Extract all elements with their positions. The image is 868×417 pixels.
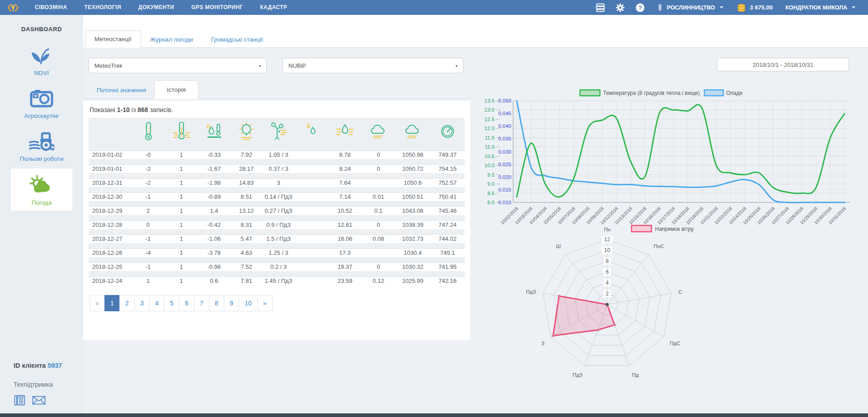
svg-text:З: З: [541, 341, 544, 346]
date-range-input[interactable]: [717, 58, 849, 71]
table-row[interactable]: 2018-12-31-21-1.9814.8337.641050.6752.57: [89, 173, 465, 187]
table-row[interactable]: 2018-12-24110.67.811.45 / ПдЗ23.590.1210…: [89, 271, 465, 285]
nav-item-1[interactable]: ТЕХНОЛОГІЯ: [75, 0, 130, 15]
table-row[interactable]: 2018-12-29211.413.120.27 / ПдЗ10.520.110…: [89, 201, 465, 215]
cell: 7.64: [328, 179, 362, 186]
user-menu[interactable]: КОНДРАТЮК МИКОЛА: [779, 5, 862, 11]
books-stack-icon[interactable]: [590, 2, 610, 13]
cell: 1: [165, 165, 198, 172]
svg-text:0.010: 0.010: [498, 200, 511, 205]
page-1[interactable]: 1: [104, 295, 120, 311]
cell: 7.52: [231, 263, 262, 270]
table-row[interactable]: 2018-12-30-11-0.898.510.14 / ПдЗ7.140.01…: [89, 187, 465, 201]
svg-text:8.0: 8.0: [487, 200, 495, 205]
cell: 742.16: [430, 277, 465, 284]
page-6[interactable]: 6: [179, 295, 194, 311]
tab-2[interactable]: Громадські станції: [202, 31, 272, 48]
select-caret-icon: ▼: [258, 64, 262, 68]
sidebar-title: DASHBOARD: [0, 26, 83, 33]
cell: 0.6: [198, 277, 231, 284]
cell: 1050.6: [395, 179, 430, 186]
cell: 1.45 / ПдЗ: [262, 277, 295, 284]
table-row[interactable]: 2018-12-26-41-3.784.631.25 / 317.31030.4…: [89, 243, 465, 257]
cell: 0: [362, 263, 395, 270]
cell: 1050.51: [395, 193, 430, 200]
page-8[interactable]: 8: [209, 295, 224, 311]
sidebar-item-label: Агроскаутінг: [0, 112, 83, 119]
cell: 1: [165, 193, 198, 200]
wheat-logo-icon[interactable]: [0, 2, 26, 13]
subtab-1[interactable]: Історія: [154, 80, 198, 99]
cell: 749.37: [430, 151, 465, 158]
svg-text:13.5: 13.5: [485, 98, 495, 103]
svg-text:Ш: Ш: [556, 244, 561, 249]
nav-item-0[interactable]: СІВОЗМІНА: [26, 0, 75, 15]
page-10[interactable]: 10: [239, 295, 258, 311]
nav-item-3[interactable]: GPS МОНІТОРИНГ: [183, 0, 251, 15]
cell: -1: [131, 235, 165, 242]
client-id-value[interactable]: 5937: [47, 362, 62, 369]
subtab-0[interactable]: Поточні значення: [89, 81, 154, 99]
cell: 19.37: [328, 263, 362, 270]
nav-item-4[interactable]: КАДАСТР: [251, 0, 296, 15]
cell: 28.17: [231, 165, 262, 172]
table-row[interactable]: 2019-01-01-21-1.6728.170.37 / 38.2401050…: [89, 159, 465, 173]
chevron-down-icon: [720, 6, 723, 9]
dew-point-icon: [198, 122, 231, 141]
svg-text:10.5: 10.5: [485, 154, 495, 159]
page-3[interactable]: 3: [134, 295, 150, 311]
svg-text:Напрямок вітру: Напрямок вітру: [655, 226, 693, 232]
cell: 1030.4: [395, 249, 430, 256]
cell: -0.89: [198, 193, 231, 200]
cell: 0.27 / ПдЗ: [262, 207, 295, 214]
cell: 745.46: [430, 207, 465, 214]
main-tabs: МетеостанціїЖурнал погодиГромадські стан…: [83, 15, 868, 48]
cell: 1: [165, 235, 198, 242]
sidebar-item-агроскаутінг[interactable]: Агроскаутінг: [0, 83, 83, 124]
cell: 1030.32: [395, 263, 430, 270]
svg-text:10: 10: [604, 247, 610, 253]
svg-text:0.045: 0.045: [498, 111, 511, 116]
fax-icon[interactable]: [14, 394, 26, 406]
sidebar: DASHBOARD NDVIАгроскаутінгПольові роботи…: [0, 15, 83, 413]
page-next[interactable]: »: [257, 295, 273, 311]
page-2[interactable]: 2: [119, 295, 135, 311]
tab-1[interactable]: Журнал погоди: [141, 31, 202, 48]
table-row[interactable]: 2018-12-25-11-0.967.520.2 / 319.3701030.…: [89, 257, 465, 271]
mail-icon[interactable]: [32, 394, 46, 406]
balance-value: 3 675.00: [750, 4, 773, 11]
gear-icon[interactable]: [610, 3, 630, 13]
station-type-select[interactable]: MeteoTrek ▼: [89, 58, 267, 73]
page-4[interactable]: 4: [149, 295, 165, 311]
table-row[interactable]: 2018-12-2801-0.428.310.9 / ПдЗ12.8101038…: [89, 215, 465, 229]
svg-text:?: ?: [638, 4, 642, 11]
table-row[interactable]: 2018-12-27-11-1.065.471.5 / ПдЗ16.060.08…: [89, 229, 465, 243]
sidebar-item-польові-роботи[interactable]: Польові роботи: [0, 126, 83, 167]
balance-indicator[interactable]: 3 675.00: [730, 3, 779, 13]
sidebar-item-погода[interactable]: Погода: [11, 169, 72, 211]
sidebar-item-ndvi[interactable]: NDVI: [0, 39, 83, 81]
page-9[interactable]: 9: [224, 295, 239, 311]
tab-0[interactable]: Метеостанції: [85, 30, 141, 48]
nav-item-2[interactable]: ДОКУМЕНТИ: [130, 0, 183, 15]
cell: 1.5 / ПдЗ: [262, 235, 295, 242]
table-row[interactable]: 2019-01-02-01-0.337.921.05 / 38.7801050.…: [89, 145, 465, 159]
branch-selector[interactable]: РОСЛИННИЦТВО: [650, 3, 730, 12]
coins-icon: [736, 3, 747, 13]
page-5[interactable]: 5: [164, 295, 179, 311]
cell: 741.95: [430, 263, 465, 270]
cell: 23.59: [328, 277, 362, 284]
cell: -2: [131, 165, 165, 172]
table-body: 2019-01-02-01-0.337.921.05 / 38.7801050.…: [89, 145, 465, 285]
page-prev[interactable]: «: [90, 295, 105, 311]
cell: -0: [131, 151, 165, 158]
sub-tabs: Поточні значенняІсторія: [83, 80, 470, 99]
svg-text:ПдЗ: ПдЗ: [572, 372, 582, 378]
cell: 2018-12-28: [89, 221, 131, 228]
station-select[interactable]: NUBiP ▼: [283, 58, 463, 73]
cell: 0.08: [362, 235, 395, 242]
branch-label: РОСЛИННИЦТВО: [667, 5, 715, 11]
help-icon[interactable]: ?: [630, 3, 650, 13]
cell: -4: [131, 249, 165, 256]
page-7[interactable]: 7: [194, 295, 209, 311]
